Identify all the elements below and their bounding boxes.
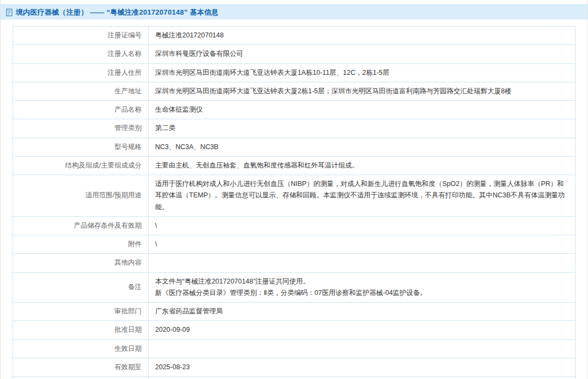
info-table: 注册证编号粤械注准20172070148注册人名称深圳市科曼医疗设备有限公司注册…: [12, 26, 576, 379]
table-row: 管理类别第二类: [13, 119, 576, 138]
row-label: 附件: [13, 235, 149, 254]
row-value: 深圳市光明区马田街道南环大道飞亚达钟表大厦1A栋10-11层、12C，2栋1-5…: [149, 63, 576, 82]
row-label: 管理类别: [13, 119, 149, 138]
info-table-container: 注册证编号粤械注准20172070148注册人名称深圳市科曼医疗设备有限公司注册…: [1, 20, 587, 379]
table-row: 有效期至2025-08-23: [13, 358, 576, 376]
table-row: 结构及组成/主要组成成分主要由主机、无创血压袖套、血氧饱和度传感器和红外耳温计组…: [13, 156, 576, 175]
row-label: 注册人住所: [13, 63, 149, 82]
row-value: 2025-08-23: [149, 358, 576, 376]
page-title-bar: 境内医疗器械（注册） —— “粤械注准20172070148” 基本信息: [1, 4, 587, 20]
page-title: 境内医疗器械（注册） —— “粤械注准20172070148” 基本信息: [16, 8, 219, 17]
table-row: 其他内容: [13, 254, 576, 272]
row-value: 广东省药品监督管理局: [149, 303, 576, 321]
table-row: 批准日期2020-09-09: [13, 321, 576, 339]
row-value: [149, 339, 576, 358]
row-value: 深圳市科曼医疗设备有限公司: [149, 45, 576, 63]
row-value: 2020-09-09: [149, 321, 576, 339]
row-label: 有效期至: [13, 358, 149, 376]
row-value: [149, 377, 576, 379]
table-row: 产品名称生命体征监测仪: [13, 101, 576, 119]
row-label: 其他内容: [13, 254, 149, 272]
table-row: 备注本文件与“粤械注准20172070148”注册证共同使用。 新《医疗器械分类…: [13, 272, 576, 303]
table-row: 型号规格NC3、NC3A、NC3B: [13, 138, 576, 156]
row-label: 产品名称: [13, 101, 149, 119]
row-label: 适用范围/预期用途: [13, 175, 149, 217]
table-row: 生产地址深圳市光明区马田街道南环大道飞亚达钟表大厦2栋1-5层；深圳市光明区马田…: [13, 82, 576, 100]
table-row: 审批部门广东省药品监督管理局: [13, 303, 576, 321]
row-value: 适用于医疗机构对成人和小儿进行无创血压（NIBP）的测量，对成人和新生儿进行血氧…: [149, 175, 576, 217]
row-label: 产品储存条件及有效期: [13, 216, 149, 235]
row-value: NC3、NC3A、NC3B: [149, 138, 576, 156]
table-row: 附件\: [13, 235, 576, 254]
row-label: 备注: [13, 272, 149, 303]
row-label: 结构及组成/主要组成成分: [13, 156, 149, 175]
table-row: 注册人名称深圳市科曼医疗设备有限公司: [13, 45, 576, 63]
table-row: 适用范围/预期用途适用于医疗机构对成人和小儿进行无创血压（NIBP）的测量，对成…: [13, 175, 576, 217]
table-row: 变更情况: [13, 377, 576, 379]
row-value: 第二类: [149, 119, 576, 138]
document-icon: [6, 9, 12, 16]
row-label: 型号规格: [13, 138, 149, 156]
row-value: 本文件与“粤械注准20172070148”注册证共同使用。 新《医疗器械分类目录…: [149, 272, 576, 303]
table-row: 注册证编号粤械注准20172070148: [13, 27, 576, 45]
row-value: [149, 254, 576, 272]
row-value: 生命体征监测仪: [149, 101, 576, 119]
row-label: 生产地址: [13, 82, 149, 100]
registration-info-page: 境内医疗器械（注册） —— “粤械注准20172070148” 基本信息 注册证…: [0, 0, 588, 379]
row-label: 批准日期: [13, 321, 149, 339]
row-label: 注册人名称: [13, 45, 149, 63]
table-row: 生效日期: [13, 339, 576, 358]
table-row: 注册人住所深圳市光明区马田街道南环大道飞亚达钟表大厦1A栋10-11层、12C，…: [13, 63, 576, 82]
row-label: 注册证编号: [13, 27, 149, 45]
row-value: 深圳市光明区马田街道南环大道飞亚达钟表大厦2栋1-5层；深圳市光明区马田街道富利…: [149, 82, 576, 100]
row-value: \: [149, 235, 576, 254]
row-label: 生效日期: [13, 339, 149, 358]
table-row: 产品储存条件及有效期\: [13, 216, 576, 235]
row-value: 主要由主机、无创血压袖套、血氧饱和度传感器和红外耳温计组成。: [149, 156, 576, 175]
row-label: 审批部门: [13, 303, 149, 321]
row-label: 变更情况: [13, 377, 149, 379]
row-value: 粤械注准20172070148: [149, 27, 576, 45]
row-value: \: [149, 216, 576, 235]
